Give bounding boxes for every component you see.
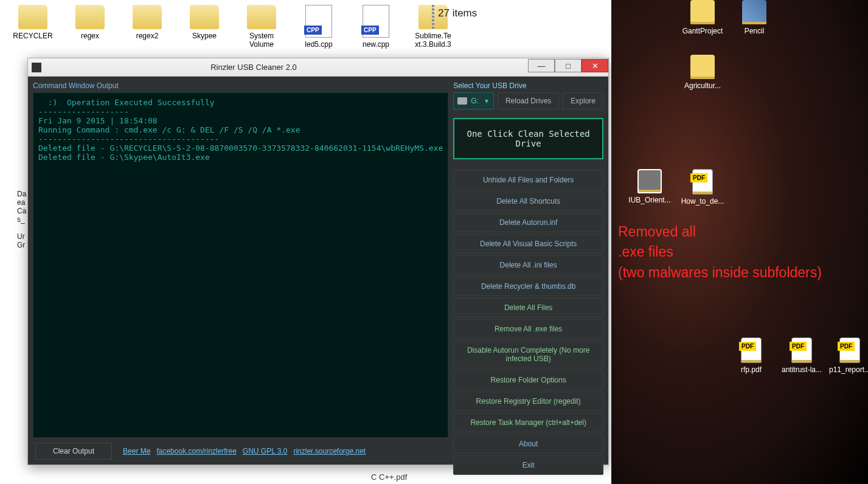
explorer-item-count: 27 items [438,7,477,19]
pdf-icon [839,337,860,363]
desktop-icon-rfp-pdf[interactable]: rfp.pdf [727,337,776,374]
action-button-delete-recycler-thumbs-db[interactable]: Delete Recycler & thumbs.db [453,277,603,296]
minimize-button[interactable]: — [528,59,555,72]
folder-icon [247,5,276,29]
reload-drives-button[interactable]: Reload Drives [498,92,559,109]
file-icon-regex[interactable]: regex [69,5,111,60]
action-button-exit[interactable]: Exit [453,455,603,475]
file-icon-system-volume[interactable]: System Volume [241,5,282,60]
file-label: Skypee [184,32,225,40]
maximize-button[interactable]: □ [555,59,582,72]
action-button-restore-task-manager-ctrl-alt-del-[interactable]: Restore Task Manager (ctrl+alt+del) [453,413,603,432]
drive-dropdown[interactable]: G: [453,92,494,109]
img-icon [637,169,662,193]
file-icon-new-cpp[interactable]: new.cpp [355,5,397,60]
action-button-restore-registry-editor-regedit-[interactable]: Restore Registry Editor (regedit) [453,392,603,411]
icon-label: GanttProject [678,27,727,35]
footer-link-gnu-gpl-3-0[interactable]: GNU GPL 3.0 [243,447,288,455]
titlebar[interactable]: Rinzler USB Cleaner 2.0 — □ ✕ [28,58,608,77]
app-window: Rinzler USB Cleaner 2.0 — □ ✕ Command Wi… [27,58,609,465]
desktop-icon-iub_orient-[interactable]: IUB_Orient... [625,169,674,204]
file-label: regex [69,32,111,40]
pencil-icon [742,0,766,24]
drive-icon [457,97,467,105]
file-label: led5.cpp [298,40,339,49]
icon-label: Agricultur... [678,81,727,90]
action-button-delete-autorun-inf[interactable]: Delete Autorun.inf [453,213,603,232]
file-icon-recycler[interactable]: RECYCLER [12,5,54,60]
taskbar-item[interactable]: C C++.pdf [371,472,407,482]
action-button-delete-all-visual-basic-scripts[interactable]: Delete All Visual Basic Scripts [453,234,603,254]
file-label: new.cpp [355,40,397,49]
icon-label: Pencil [730,27,779,35]
icon-label: antitrust-la... [777,365,826,374]
desktop-icon-ganttproject[interactable]: GanttProject [678,0,727,35]
footer-link-rinzler-sourceforge-net[interactable]: rinzler.sourceforge.net [293,447,366,455]
pdf-icon [741,337,762,363]
desktop-icon-pencil[interactable]: Pencil [730,0,779,35]
clear-output-button[interactable]: Clear Output [35,443,112,460]
folder-icon [75,5,105,29]
action-button-delete-all-ini-files[interactable]: Delete All .ini files [453,255,603,275]
folder-icon [18,5,47,29]
icon-label: rfp.pdf [727,365,776,374]
app-icon [32,63,41,72]
cpp-file-icon [363,5,389,38]
action-button-restore-folder-options[interactable]: Restore Folder Options [453,370,603,390]
action-button-unhide-all-files-and-folders[interactable]: Unhide All Files and Folders [453,170,603,190]
drive-selected-value: G: [471,97,479,105]
desktop-icon-agricultur-[interactable]: Agricultur... [678,55,727,90]
console-label: Command Window Output [33,81,448,90]
action-button-remove-all-exe-files[interactable]: Remove All .exe files [453,319,603,339]
file-label: RECYCLER [12,32,54,40]
desktop-icon-antitrust-la-[interactable]: antitrust-la... [777,337,826,374]
action-button-delete-all-shortcuts[interactable]: Delete All Shortcuts [453,192,603,211]
icon-label: p11_report... [825,365,868,374]
footer-link-beer-me[interactable]: Beer Me [123,447,150,455]
close-button[interactable]: ✕ [582,59,608,72]
icon-label: How_to_de... [678,197,727,206]
folder-icon [190,5,219,29]
file-label: Sublime.Te xt.3.Build.3 [412,32,454,49]
file-label: regex2 [127,32,168,40]
folder-icon [133,5,162,29]
footer-link-facebook-com-rinzlerfree[interactable]: facebook.com/rinzlerfree [156,447,236,455]
desktop-icon-p11_report-[interactable]: p11_report... [825,337,868,374]
annotation-text: Removed all.exe files(two malwares insid… [618,222,822,283]
action-button-about[interactable]: About [453,434,603,454]
desktop-icon-how_to_de-[interactable]: How_to_de... [678,169,727,206]
one-click-clean-button[interactable]: One Click Clean Selected Drive [453,118,603,159]
window-title: Rinzler USB Cleaner 2.0 [46,63,528,72]
file-icon-skypee[interactable]: Skypee [184,5,225,60]
folder-icon [690,55,715,79]
pdf-icon [692,169,713,195]
explore-button[interactable]: Explore [563,92,603,109]
pdf-icon [791,337,812,363]
explorer-window[interactable]: RECYCLERregexregex2SkypeeSystem Volumele… [0,0,611,60]
cpp-file-icon [305,5,332,38]
command-output-console[interactable]: :) Operation Executed Successfully -----… [33,92,448,438]
action-button-disable-autorun-completely-no-more-infected-usb-[interactable]: Disable Autorun Completely (No more infe… [453,341,603,368]
drive-select-label: Select Your USB Drive [453,81,603,90]
file-icon-led5-cpp[interactable]: led5.cpp [298,5,339,60]
action-button-delete-all-files[interactable]: Delete All Files [453,298,603,317]
file-label: System Volume [241,32,282,49]
icon-label: IUB_Orient... [625,196,674,204]
app-icon [690,0,715,24]
file-icon-regex2[interactable]: regex2 [127,5,168,60]
